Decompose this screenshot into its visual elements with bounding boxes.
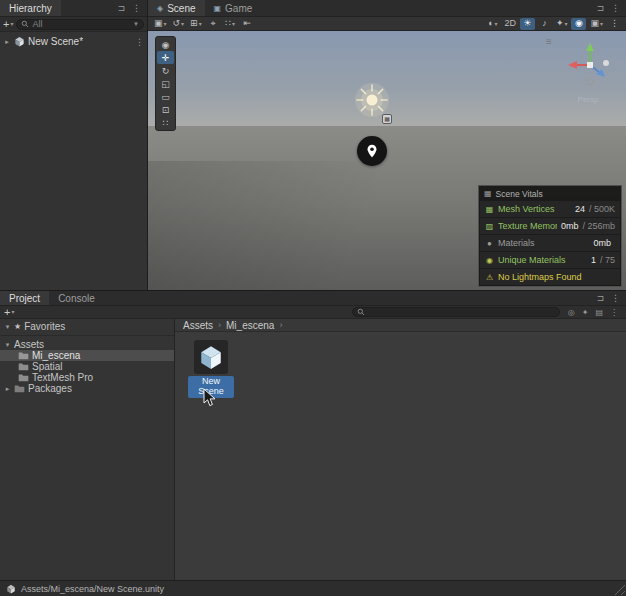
tab-project[interactable]: Project xyxy=(0,291,49,305)
game-tab-icon: ▣ xyxy=(214,4,222,13)
badge-glyph: ▦ xyxy=(384,116,390,122)
scene-tabbar: ◈ Scene ▣ Game ⊐ ⋮ xyxy=(148,0,626,17)
breadcrumb-current-folder[interactable]: Mi_escena xyxy=(226,320,274,331)
unique-material-icon: ◉ xyxy=(485,256,494,265)
expand-icon[interactable]: ▸ xyxy=(3,38,11,46)
2d-toggle[interactable]: 2D xyxy=(502,18,518,30)
chevron-down-icon: ▾ xyxy=(600,21,603,27)
console-tab-label: Console xyxy=(58,293,95,304)
assets-label: Assets xyxy=(14,339,44,350)
item-menu-icon[interactable]: ⋮ xyxy=(135,37,144,47)
grid-visibility-dropdown[interactable]: ⊞▾ xyxy=(188,18,204,30)
create-asset-button[interactable]: +▾ xyxy=(4,307,14,318)
hierarchy-title: Hierarchy xyxy=(9,3,52,14)
tool-handle-rotation-dropdown[interactable]: ↺▾ xyxy=(171,18,187,30)
scene-tab-label: Scene xyxy=(167,3,195,14)
dock-pin-icon[interactable]: ⊐ xyxy=(596,293,604,303)
panel-menu-icon[interactable]: ⋮ xyxy=(132,3,141,13)
add-gameobject-button[interactable]: +▾ xyxy=(3,19,13,30)
audio-toggle[interactable]: ♪ xyxy=(537,18,552,30)
rect-tool-button[interactable]: ▭ xyxy=(157,90,174,103)
favorites-filter-icon[interactable]: ✦ xyxy=(582,308,589,317)
search-placeholder: All xyxy=(32,19,130,29)
breadcrumb-assets[interactable]: Assets xyxy=(183,320,213,331)
tab-scene[interactable]: ◈ Scene xyxy=(148,0,205,16)
favorites-label: Favorites xyxy=(24,321,65,332)
resize-grip[interactable] xyxy=(612,582,625,595)
dock-pin-icon[interactable]: ⊐ xyxy=(117,3,125,13)
hierarchy-item-new-scene[interactable]: ▸ New Scene* ⋮ xyxy=(0,34,147,49)
warning-icon: ⚠ xyxy=(485,273,494,282)
transform-tool-button[interactable]: ⊡ xyxy=(157,103,174,116)
hierarchy-tabbar: Hierarchy ⊐ ⋮ xyxy=(0,0,147,17)
folder-icon xyxy=(18,373,29,382)
material-icon: ● xyxy=(485,239,494,248)
packages-label: Packages xyxy=(28,383,72,394)
lighting-toggle[interactable]: ☀ xyxy=(520,18,535,30)
more-menu-icon[interactable]: ⋮ xyxy=(610,308,618,317)
more-menu-icon[interactable]: ⋮ xyxy=(607,18,622,30)
tree-item-favorites[interactable]: ▾ ★ Favorites xyxy=(0,321,174,332)
dock-pin-icon[interactable]: ⊐ xyxy=(596,3,604,13)
filter-icon[interactable]: ▼ xyxy=(133,21,139,27)
light-icon-badge[interactable]: ▦ xyxy=(382,114,392,124)
vitals-row-texture-memory: ▨ Texture Memory 0mb / 256mb xyxy=(480,218,620,234)
hierarchy-toolrow: +▾ All ▼ xyxy=(0,17,147,32)
effects-dropdown[interactable]: ✦▾ xyxy=(554,18,570,30)
chevron-down-icon: ▾ xyxy=(10,21,13,27)
gizmo-persp-label[interactable]: Persp xyxy=(560,95,616,104)
folder-icon xyxy=(18,362,29,371)
tab-hierarchy[interactable]: Hierarchy xyxy=(0,0,61,16)
collapse-icon[interactable]: ▾ xyxy=(4,323,11,331)
project-search-input[interactable] xyxy=(352,307,560,317)
tab-game[interactable]: ▣ Game xyxy=(205,0,262,16)
view-tool-button[interactable]: ◉ xyxy=(157,38,174,51)
hierarchy-search-input[interactable]: All ▼ xyxy=(16,19,144,30)
align-tool-button[interactable]: ⇤ xyxy=(240,18,255,30)
project-bar-icons: ⊐ ⋮ xyxy=(596,291,626,305)
tree-item-mi-escena[interactable]: Mi_escena xyxy=(0,350,174,361)
draw-mode-dropdown[interactable]: ◐▾ xyxy=(485,18,500,30)
spawn-point-marker[interactable] xyxy=(357,136,387,166)
tool-handle-position-dropdown[interactable]: ▣▾ xyxy=(152,18,169,30)
project-toolbar: +▾ ◎ ✦ ▤ ⋮ xyxy=(0,306,626,319)
tree-item-assets[interactable]: ▾ Assets xyxy=(0,339,174,350)
tree-item-textmesh-pro[interactable]: TextMesh Pro xyxy=(0,372,174,383)
vitals-row-mesh-vertices: ▦ Mesh Vertices 24 / 500K xyxy=(480,201,620,217)
tab-console[interactable]: Console xyxy=(49,291,104,305)
panel-menu-icon[interactable]: ⋮ xyxy=(611,3,620,13)
move-tool-button[interactable]: ✛ xyxy=(157,51,174,64)
scale-tool-button[interactable]: ◱ xyxy=(157,77,174,90)
scene-asset-tile[interactable] xyxy=(194,340,228,374)
overlay-menu-icon[interactable]: ≡ xyxy=(546,36,552,47)
viewport-tool-strip: ◉ ✛ ↻ ◱ ▭ ⊡ ∷ xyxy=(155,36,176,131)
chevron-down-icon: ▾ xyxy=(11,309,14,315)
scene-viewport[interactable]: ◉ ✛ ↻ ◱ ▭ ⊡ ∷ ≡ Persp xyxy=(148,31,626,290)
layout-toggle-icon[interactable]: ▤ xyxy=(595,308,603,317)
snap-toggle[interactable]: ⌖ xyxy=(206,18,221,30)
expand-icon[interactable]: ▸ xyxy=(4,385,11,393)
scene-bar-icons: ⊐ ⋮ xyxy=(596,0,626,16)
unity-scene-icon xyxy=(198,344,224,370)
vitals-row-materials: ● Materials 0mb xyxy=(480,235,620,251)
scene-visibility-toggle[interactable]: ◉ xyxy=(571,18,586,30)
chevron-down-icon: ▾ xyxy=(164,21,167,27)
tree-item-packages[interactable]: ▸ Packages xyxy=(0,383,174,394)
scene-vitals-panel[interactable]: ▦ Scene Vitals ▦ Mesh Vertices 24 / 500K… xyxy=(478,185,622,287)
folder-icon xyxy=(18,351,29,360)
tree-item-spatial[interactable]: Spatial xyxy=(0,361,174,372)
project-content[interactable]: Assets › Mi_escena › New Scene xyxy=(175,319,626,580)
snap-increment-dropdown[interactable]: ∷▾ xyxy=(223,18,238,30)
scene-vitals-header[interactable]: ▦ Scene Vitals xyxy=(480,187,620,200)
chevron-right-icon: › xyxy=(279,320,282,330)
panel-menu-icon[interactable]: ⋮ xyxy=(611,293,620,303)
star-icon: ★ xyxy=(14,322,21,331)
search-scope-icon[interactable]: ◎ xyxy=(568,308,575,317)
scene-item-label: New Scene* xyxy=(28,36,83,47)
mouse-cursor xyxy=(203,388,217,408)
custom-tool-button[interactable]: ∷ xyxy=(157,116,174,129)
orientation-gizmo[interactable] xyxy=(562,39,618,95)
collapse-icon[interactable]: ▾ xyxy=(4,341,11,349)
rotate-tool-button[interactable]: ↻ xyxy=(157,64,174,77)
gizmos-dropdown[interactable]: ▣▾ xyxy=(588,18,605,30)
